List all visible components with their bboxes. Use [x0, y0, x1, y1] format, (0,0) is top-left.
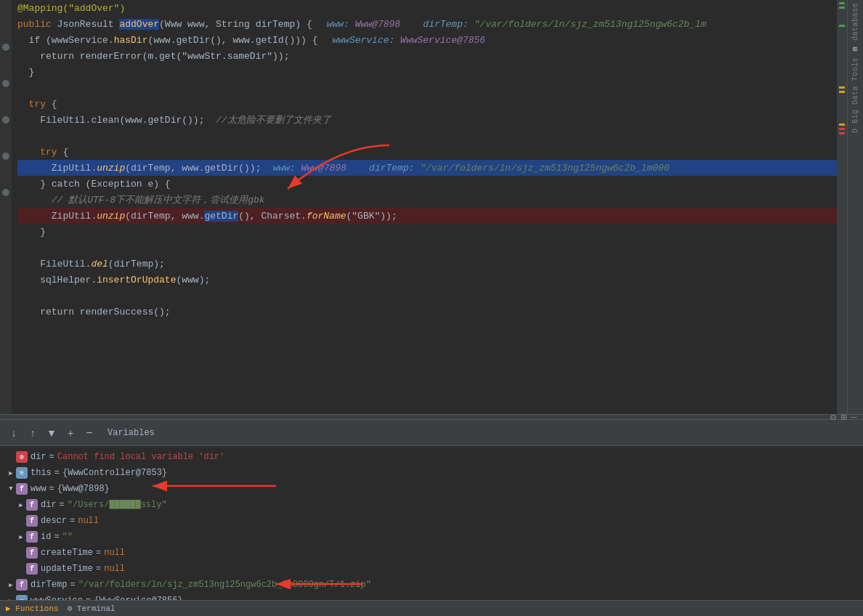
code-line-15: }	[17, 224, 837, 240]
gutter-dot-3	[2, 116, 9, 123]
code-line-2: public JsonResult addOver(Www www, Strin…	[17, 16, 837, 32]
var-item-www-descr[interactable]: f descr = null	[0, 513, 863, 529]
var-item-wwwservice[interactable]: ∞ wwwService = {WwwService@7856}	[0, 593, 863, 600]
var-expand-www-id[interactable]	[16, 532, 26, 542]
code-line-9	[17, 128, 837, 144]
code-token: ZipUtil.	[17, 211, 97, 222]
var-name-www: www	[31, 484, 46, 494]
code-token: try	[17, 99, 52, 110]
var-value-this: {WwwController@7853}	[62, 468, 167, 478]
code-token: }	[17, 67, 34, 78]
var-name-wwwservice: wwwService	[31, 596, 83, 600]
var-icon-www-updatetime: f	[26, 563, 38, 575]
var-item-www-updatetime[interactable]: f updateTime = null	[0, 561, 863, 577]
code-line-17: FileUtil.del(dirTemp);	[17, 256, 837, 272]
var-expand-www[interactable]	[6, 484, 16, 494]
variables-list: ⊘ dir = Cannot find local variable 'dir'…	[0, 446, 863, 600]
var-value-www-updatetime: null	[104, 564, 125, 574]
var-eq-www: =	[49, 484, 54, 494]
debug-filter-btn[interactable]: ▼	[44, 425, 60, 441]
var-name-www-createtime: createTime	[41, 548, 93, 558]
var-value-www-createtime: null	[104, 548, 125, 558]
editor-area: @Mapping("addOver") public JsonResult ad…	[0, 0, 863, 414]
code-line-3: if (wwwService.hasDir(www.getDir(), www.…	[17, 32, 837, 48]
code-line-4: return renderError(m.get("wwwStr.sameDir…	[17, 48, 837, 64]
var-item-www[interactable]: f www = {Www@7898}	[0, 481, 863, 497]
var-name-this: this	[31, 468, 52, 478]
scrollbar-mark-yellow-3	[839, 123, 845, 126]
var-expand-www-createtime	[16, 548, 26, 558]
var-item-this[interactable]: ≡ this = {WwwController@7853}	[0, 465, 863, 481]
code-line-11: ZipUtil.unzip(dirTemp, www.getDir());www…	[17, 160, 837, 176]
debug-toolbar: ↓ ↑ ▼ + − Variables	[0, 420, 863, 446]
code-editor[interactable]: @Mapping("addOver") public JsonResult ad…	[12, 0, 837, 414]
code-token: (www.getDir(), www.getId())) {	[147, 35, 317, 46]
debug-minus-btn[interactable]: −	[81, 425, 97, 441]
code-token: (Www www, String dirTemp) {	[159, 19, 312, 30]
debug-add-btn[interactable]: +	[62, 425, 78, 441]
var-item-dirtemp[interactable]: f dirTemp = "/var/folders/ln/sjz_zm513ng…	[0, 577, 863, 593]
code-token: (dirTemp, www.	[125, 211, 204, 222]
code-token: } catch (Exception e) {	[17, 179, 171, 190]
var-icon-www: f	[16, 483, 28, 495]
var-value-wwwservice: {WwwService@7856}	[94, 596, 182, 600]
var-expand-this[interactable]	[6, 468, 16, 478]
code-token: insertOrUpdate	[97, 275, 176, 285]
var-expand-dir	[6, 452, 16, 462]
code-token: unzip	[97, 163, 125, 174]
variables-tab[interactable]: Variables	[102, 420, 161, 446]
code-line-12: } catch (Exception e) {	[17, 176, 837, 192]
scrollbar-mark-yellow-2	[839, 91, 845, 93]
debug-down-btn[interactable]: ↓	[6, 425, 22, 441]
var-eq-dirtemp: =	[70, 580, 75, 590]
var-value-dirtemp: "/var/folders/ln/sjz_zm513ng125ngw6c2b_l…	[78, 580, 371, 590]
editor-scrollbar[interactable]	[837, 0, 847, 414]
scrollbar-mark-red-1	[839, 128, 845, 130]
var-expand-wwwservice[interactable]	[6, 596, 16, 600]
var-eq-dir: =	[49, 452, 54, 462]
var-icon-www-descr: f	[26, 515, 38, 527]
sidebar-tools: database m D Big Data Tools	[847, 0, 863, 414]
sidebar-tool-m[interactable]: m	[851, 46, 859, 52]
var-value-dir-error: Cannot find local variable 'dir'	[57, 452, 224, 462]
debug-up-btn[interactable]: ↑	[25, 425, 41, 441]
var-item-www-createtime[interactable]: f createTime = null	[0, 545, 863, 561]
sidebar-tool-database[interactable]: database	[851, 3, 859, 41]
code-token: return renderError(m.get("wwwStr.sameDir…	[17, 51, 289, 62]
code-line-13: // 默认UTF-8下不能解压中文字符，尝试使用gbk	[17, 192, 837, 208]
debug-info: www: Www@7898 dirTemp: "/var/folders/ln/…	[327, 19, 707, 30]
gutter-dot-1	[2, 44, 9, 51]
left-gutter	[0, 0, 12, 414]
var-value-www-dir: "/Users/██████ssly"	[68, 500, 167, 510]
var-value-www-id: ""	[62, 532, 73, 542]
code-token: {	[52, 99, 57, 110]
var-icon-www-createtime: f	[26, 547, 38, 559]
code-token: (), Charset.	[238, 211, 307, 222]
code-token: @Mapping("addOver")	[17, 3, 125, 14]
var-expand-dirtemp[interactable]	[6, 580, 16, 590]
code-token	[17, 147, 40, 158]
var-item-www-id[interactable]: f id = ""	[0, 529, 863, 545]
code-token: FileUtil.clean(www.getDir());	[17, 115, 216, 126]
sidebar-tool-bigdata[interactable]: D Big Data Tools	[851, 57, 859, 133]
code-token: //太危险不要删了文件夹了	[216, 113, 331, 126]
var-expand-www-dir[interactable]	[16, 500, 26, 510]
var-name-www-descr: descr	[41, 516, 67, 526]
var-item-www-dir[interactable]: f dir = "/Users/██████ssly"	[0, 497, 863, 513]
var-eq-www-dir: =	[60, 500, 65, 510]
status-terminal[interactable]: ⚙ Terminal	[68, 604, 116, 613]
status-exception[interactable]: ▶ Functions	[6, 604, 59, 613]
var-icon-www-id: f	[26, 531, 38, 543]
var-name-www-updatetime: updateTime	[41, 564, 93, 574]
code-token: {	[62, 147, 68, 158]
code-token: getDir	[204, 211, 238, 222]
var-item-dir-error[interactable]: ⊘ dir = Cannot find local variable 'dir'	[0, 449, 863, 465]
var-eq-www-descr: =	[70, 516, 75, 526]
var-name-dirtemp: dirTemp	[31, 580, 67, 590]
var-eq-www-id: =	[54, 532, 59, 542]
var-eq-this: =	[54, 468, 60, 478]
code-token: (dirTemp);	[108, 259, 165, 270]
gutter-dot-5	[2, 189, 9, 196]
code-line-20: return renderSuccess();	[17, 304, 837, 320]
status-bar: ▶ Functions ⚙ Terminal	[0, 600, 863, 616]
